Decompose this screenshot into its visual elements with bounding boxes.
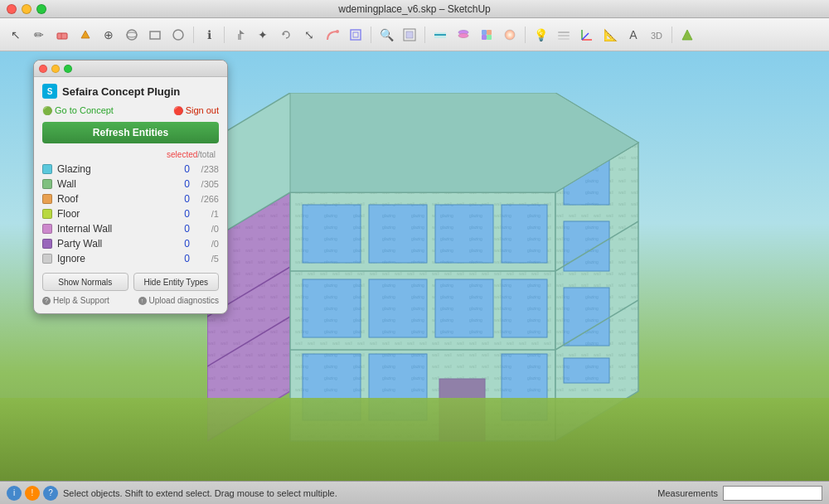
entity-row-glazing[interactable]: Glazing0/238 [42,162,219,177]
entity-row-ignore[interactable]: Ignore0/5 [42,251,219,266]
sandbox-icon[interactable] [676,24,698,46]
toolbar-separator-4 [424,27,425,43]
tape-measure-icon[interactable]: ⊕ [98,24,119,46]
panel-min-btn[interactable] [51,65,60,73]
panel-close-btn[interactable] [39,65,47,73]
rotate-icon[interactable] [275,24,297,46]
svg-rect-24 [558,35,570,36]
go-to-concept-link[interactable]: 🟢 Go to Concept [42,105,114,115]
svg-rect-20 [482,35,487,40]
toolbar-separator-5 [525,27,526,43]
svg-rect-61 [564,358,609,383]
panel-title: Sefaira Concept Plugin [62,85,180,98]
panel-max-btn[interactable] [64,65,72,73]
offset-icon[interactable] [345,24,366,46]
entity-color-swatch [42,179,52,189]
status-icons: i ! ? [7,486,58,501]
entity-color-swatch [42,254,52,264]
section-plane-icon[interactable] [429,24,451,46]
circle-icon[interactable] [167,24,189,46]
svg-rect-4 [150,32,160,39]
pencil-icon[interactable]: ✏ [28,24,50,46]
entity-selected-count: 0 [173,178,190,190]
follow-me-icon[interactable] [322,24,343,46]
sefaira-plugin-panel: S Sefaira Concept Plugin 🟢 Go to Concept… [33,60,228,314]
component-icon[interactable] [476,24,497,46]
svg-rect-44 [369,205,427,263]
entity-total-count: /0 [190,239,219,249]
maximize-button[interactable] [36,4,46,14]
svg-rect-46 [502,205,547,263]
svg-marker-30 [682,30,692,40]
layer-icon[interactable] [453,24,474,46]
svg-line-28 [582,33,589,40]
orbit-icon[interactable] [121,24,143,46]
entity-selected-count: 0 [173,163,190,175]
eraser-icon[interactable] [51,24,73,46]
entity-row-internal-wall[interactable]: Internal Wall0/0 [42,221,219,236]
entity-name-label: Wall [57,178,173,190]
entity-selected-count: 0 [173,253,190,264]
hide-entity-types-button[interactable]: Hide Entity Types [133,273,220,291]
entity-row-party-wall[interactable]: Party Wall0/0 [42,236,219,251]
panel-links: 🟢 Go to Concept 🔴 Sign out [42,105,219,115]
entity-total-count: /0 [190,224,219,234]
svg-rect-25 [558,38,570,40]
paint-bucket-icon[interactable] [75,24,96,46]
entity-total-count: /1 [190,209,219,219]
entity-selected-count: 0 [173,238,190,250]
status-bar: i ! ? Select objects. Shift to extend se… [0,481,829,504]
toolbar: ↖ ✏ ⊕ ℹ ✦ ⤡ 🔍 💡 [0,18,829,51]
entity-name-label: Ignore [57,253,173,264]
select-tool-icon[interactable]: ↖ [5,24,27,46]
svg-point-3 [127,32,137,37]
entity-total-count: /5 [190,254,219,264]
refresh-entities-button[interactable]: Refresh Entities [42,122,219,143]
show-normals-button[interactable]: Show Normals [42,273,128,291]
shadow-icon[interactable]: 💡 [530,24,551,46]
zoom-icon[interactable]: 🔍 [376,24,397,46]
total-label: /total [197,150,216,159]
dimensions-icon[interactable]: 📐 [599,24,621,46]
fog-icon[interactable] [553,24,574,46]
svg-marker-6 [240,30,245,34]
sefaira-logo-icon: S [42,84,57,99]
rectangle-icon[interactable] [144,24,166,46]
measurements-input[interactable] [723,486,822,501]
entity-color-swatch [42,224,52,234]
entity-total-count: /266 [190,194,219,204]
help-status-icon[interactable]: ? [43,486,58,501]
entity-selected-count: 0 [173,193,190,205]
3d-text-icon[interactable]: 3D [646,24,667,46]
move-icon[interactable]: ✦ [252,24,274,46]
sign-out-link[interactable]: 🔴 Sign out [173,105,219,115]
info-icon[interactable]: ℹ [198,24,220,46]
main-viewport[interactable]: wall wall glazing wall wall [0,51,829,481]
svg-rect-11 [353,32,358,37]
3d-viewport[interactable]: wall wall glazing wall wall [0,51,829,481]
entity-row-roof[interactable]: Roof0/266 [42,191,219,206]
push-pull-icon[interactable] [229,24,250,46]
info-status-icon[interactable]: i [7,486,22,501]
selected-label: selected [167,150,197,159]
warn-status-icon[interactable]: ! [25,486,40,501]
svg-rect-13 [406,32,413,38]
text-icon[interactable]: A [623,24,644,46]
minimize-button[interactable] [22,4,32,14]
entity-total-count: /305 [190,179,219,189]
lock-icon: 🔴 [173,106,183,115]
zoom-extents-icon[interactable] [399,24,420,46]
svg-point-17 [458,33,468,37]
help-support-link[interactable]: ? Help & Support [42,296,109,305]
close-button[interactable] [7,4,17,14]
axes-icon[interactable] [576,24,598,46]
ground-plane [0,398,829,481]
measurements-area: Measurements [657,486,822,501]
material-icon[interactable] [499,24,521,46]
entity-row-floor[interactable]: Floor0/1 [42,206,219,221]
upload-diagnostics-link[interactable]: ↑ Upload diagnostics [138,296,220,305]
svg-rect-50 [502,279,547,337]
scale-icon[interactable]: ⤡ [298,24,320,46]
entity-row-wall[interactable]: Wall0/305 [42,177,219,191]
status-message: Select objects. Shift to extend select. … [63,488,652,498]
